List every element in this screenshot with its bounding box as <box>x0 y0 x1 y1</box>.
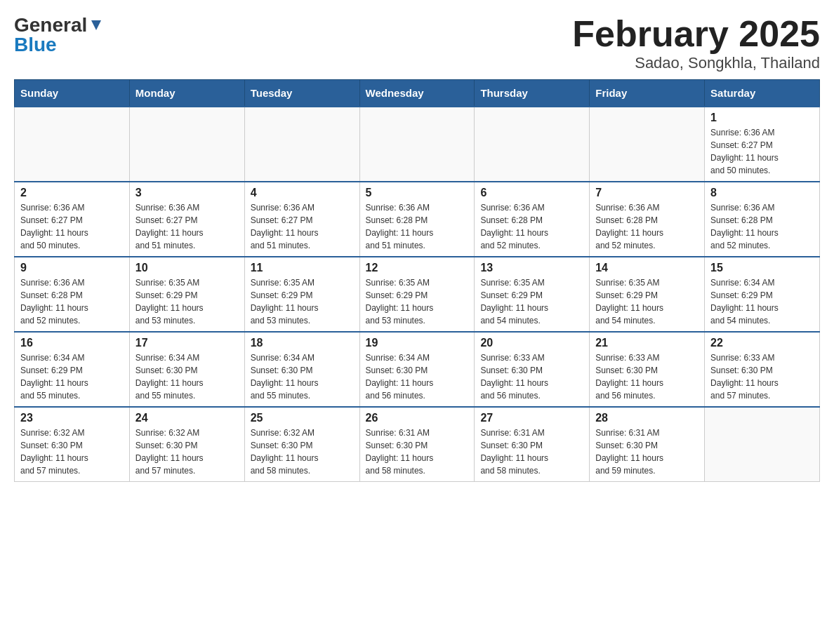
week-row-3: 9Sunrise: 6:36 AMSunset: 6:28 PMDaylight… <box>15 257 820 332</box>
calendar-cell: 4Sunrise: 6:36 AMSunset: 6:27 PMDaylight… <box>244 182 359 257</box>
calendar-cell <box>705 407 820 482</box>
day-info: Sunrise: 6:33 AMSunset: 6:30 PMDaylight:… <box>710 351 814 402</box>
day-number: 26 <box>366 412 469 424</box>
day-info: Sunrise: 6:35 AMSunset: 6:29 PMDaylight:… <box>595 276 699 327</box>
day-number: 18 <box>251 337 354 349</box>
day-number: 23 <box>20 412 124 424</box>
day-number: 14 <box>595 262 699 274</box>
day-number: 4 <box>251 187 354 199</box>
day-number: 8 <box>710 187 814 199</box>
calendar-cell: 7Sunrise: 6:36 AMSunset: 6:28 PMDaylight… <box>590 182 705 257</box>
calendar-cell <box>475 107 590 182</box>
day-number: 10 <box>135 262 239 274</box>
calendar-cell: 12Sunrise: 6:35 AMSunset: 6:29 PMDayligh… <box>359 257 475 332</box>
day-number: 7 <box>595 187 699 199</box>
col-wednesday: Wednesday <box>359 80 475 107</box>
day-info: Sunrise: 6:35 AMSunset: 6:29 PMDaylight:… <box>135 276 239 327</box>
logo-arrow-icon <box>88 18 104 33</box>
calendar-cell: 25Sunrise: 6:32 AMSunset: 6:30 PMDayligh… <box>244 407 359 482</box>
day-info: Sunrise: 6:36 AMSunset: 6:28 PMDaylight:… <box>366 201 469 252</box>
day-info: Sunrise: 6:31 AMSunset: 6:30 PMDaylight:… <box>480 427 583 477</box>
week-row-2: 2Sunrise: 6:36 AMSunset: 6:27 PMDaylight… <box>15 182 820 257</box>
week-row-4: 16Sunrise: 6:34 AMSunset: 6:29 PMDayligh… <box>15 332 820 407</box>
calendar-cell: 1Sunrise: 6:36 AMSunset: 6:27 PMDaylight… <box>705 107 820 182</box>
col-friday: Friday <box>590 80 705 107</box>
calendar-cell: 11Sunrise: 6:35 AMSunset: 6:29 PMDayligh… <box>244 257 359 332</box>
calendar-cell: 2Sunrise: 6:36 AMSunset: 6:27 PMDaylight… <box>15 182 130 257</box>
day-number: 21 <box>595 337 699 349</box>
day-info: Sunrise: 6:33 AMSunset: 6:30 PMDaylight:… <box>480 351 583 402</box>
svg-marker-0 <box>91 20 101 30</box>
day-number: 16 <box>20 337 124 349</box>
day-number: 2 <box>20 187 124 199</box>
calendar-cell: 24Sunrise: 6:32 AMSunset: 6:30 PMDayligh… <box>129 407 244 482</box>
calendar-cell: 10Sunrise: 6:35 AMSunset: 6:29 PMDayligh… <box>129 257 244 332</box>
calendar-cell: 17Sunrise: 6:34 AMSunset: 6:30 PMDayligh… <box>129 332 244 407</box>
logo: General Blue <box>14 14 104 56</box>
day-info: Sunrise: 6:36 AMSunset: 6:27 PMDaylight:… <box>710 126 814 177</box>
day-number: 11 <box>251 262 354 274</box>
day-info: Sunrise: 6:34 AMSunset: 6:29 PMDaylight:… <box>20 351 124 402</box>
day-info: Sunrise: 6:35 AMSunset: 6:29 PMDaylight:… <box>251 276 354 327</box>
day-info: Sunrise: 6:31 AMSunset: 6:30 PMDaylight:… <box>595 427 699 477</box>
day-info: Sunrise: 6:34 AMSunset: 6:30 PMDaylight:… <box>251 351 354 402</box>
day-info: Sunrise: 6:36 AMSunset: 6:28 PMDaylight:… <box>710 201 814 252</box>
day-number: 5 <box>366 187 469 199</box>
day-info: Sunrise: 6:36 AMSunset: 6:28 PMDaylight:… <box>480 201 583 252</box>
day-info: Sunrise: 6:34 AMSunset: 6:30 PMDaylight:… <box>366 351 469 402</box>
day-number: 28 <box>595 412 699 424</box>
page-header: General Blue February 2025 Sadao, Songkh… <box>14 14 820 72</box>
week-row-5: 23Sunrise: 6:32 AMSunset: 6:30 PMDayligh… <box>15 407 820 482</box>
calendar-cell <box>15 107 130 182</box>
calendar-cell: 18Sunrise: 6:34 AMSunset: 6:30 PMDayligh… <box>244 332 359 407</box>
day-number: 3 <box>135 187 239 199</box>
title-block: February 2025 Sadao, Songkhla, Thailand <box>572 14 820 72</box>
calendar-cell: 6Sunrise: 6:36 AMSunset: 6:28 PMDaylight… <box>475 182 590 257</box>
day-info: Sunrise: 6:35 AMSunset: 6:29 PMDaylight:… <box>366 276 469 327</box>
day-number: 22 <box>710 337 814 349</box>
calendar-cell <box>590 107 705 182</box>
day-number: 27 <box>480 412 583 424</box>
calendar-cell <box>359 107 475 182</box>
calendar-cell: 27Sunrise: 6:31 AMSunset: 6:30 PMDayligh… <box>475 407 590 482</box>
col-thursday: Thursday <box>475 80 590 107</box>
logo-blue: Blue <box>14 34 57 56</box>
day-info: Sunrise: 6:32 AMSunset: 6:30 PMDaylight:… <box>20 427 124 477</box>
calendar-cell: 28Sunrise: 6:31 AMSunset: 6:30 PMDayligh… <box>590 407 705 482</box>
col-sunday: Sunday <box>15 80 130 107</box>
day-number: 1 <box>710 112 814 124</box>
day-info: Sunrise: 6:36 AMSunset: 6:27 PMDaylight:… <box>251 201 354 252</box>
calendar-cell: 16Sunrise: 6:34 AMSunset: 6:29 PMDayligh… <box>15 332 130 407</box>
day-info: Sunrise: 6:36 AMSunset: 6:27 PMDaylight:… <box>20 201 124 252</box>
day-info: Sunrise: 6:31 AMSunset: 6:30 PMDaylight:… <box>366 427 469 477</box>
calendar-cell: 14Sunrise: 6:35 AMSunset: 6:29 PMDayligh… <box>590 257 705 332</box>
day-info: Sunrise: 6:34 AMSunset: 6:29 PMDaylight:… <box>710 276 814 327</box>
calendar-subtitle: Sadao, Songkhla, Thailand <box>572 54 820 72</box>
calendar-cell: 5Sunrise: 6:36 AMSunset: 6:28 PMDaylight… <box>359 182 475 257</box>
col-saturday: Saturday <box>705 80 820 107</box>
day-info: Sunrise: 6:35 AMSunset: 6:29 PMDaylight:… <box>480 276 583 327</box>
calendar-cell: 23Sunrise: 6:32 AMSunset: 6:30 PMDayligh… <box>15 407 130 482</box>
day-number: 15 <box>710 262 814 274</box>
day-number: 9 <box>20 262 124 274</box>
calendar-cell: 13Sunrise: 6:35 AMSunset: 6:29 PMDayligh… <box>475 257 590 332</box>
week-row-1: 1Sunrise: 6:36 AMSunset: 6:27 PMDaylight… <box>15 107 820 182</box>
day-info: Sunrise: 6:36 AMSunset: 6:28 PMDaylight:… <box>20 276 124 327</box>
day-number: 17 <box>135 337 239 349</box>
calendar-header-row: Sunday Monday Tuesday Wednesday Thursday… <box>15 80 820 107</box>
calendar-cell: 15Sunrise: 6:34 AMSunset: 6:29 PMDayligh… <box>705 257 820 332</box>
calendar-cell: 22Sunrise: 6:33 AMSunset: 6:30 PMDayligh… <box>705 332 820 407</box>
day-info: Sunrise: 6:36 AMSunset: 6:28 PMDaylight:… <box>595 201 699 252</box>
col-tuesday: Tuesday <box>244 80 359 107</box>
day-number: 20 <box>480 337 583 349</box>
calendar-cell: 3Sunrise: 6:36 AMSunset: 6:27 PMDaylight… <box>129 182 244 257</box>
day-info: Sunrise: 6:32 AMSunset: 6:30 PMDaylight:… <box>251 427 354 477</box>
day-number: 12 <box>366 262 469 274</box>
day-info: Sunrise: 6:32 AMSunset: 6:30 PMDaylight:… <box>135 427 239 477</box>
calendar-cell: 26Sunrise: 6:31 AMSunset: 6:30 PMDayligh… <box>359 407 475 482</box>
day-info: Sunrise: 6:36 AMSunset: 6:27 PMDaylight:… <box>135 201 239 252</box>
calendar-cell: 21Sunrise: 6:33 AMSunset: 6:30 PMDayligh… <box>590 332 705 407</box>
calendar-cell <box>129 107 244 182</box>
day-info: Sunrise: 6:34 AMSunset: 6:30 PMDaylight:… <box>135 351 239 402</box>
day-number: 24 <box>135 412 239 424</box>
